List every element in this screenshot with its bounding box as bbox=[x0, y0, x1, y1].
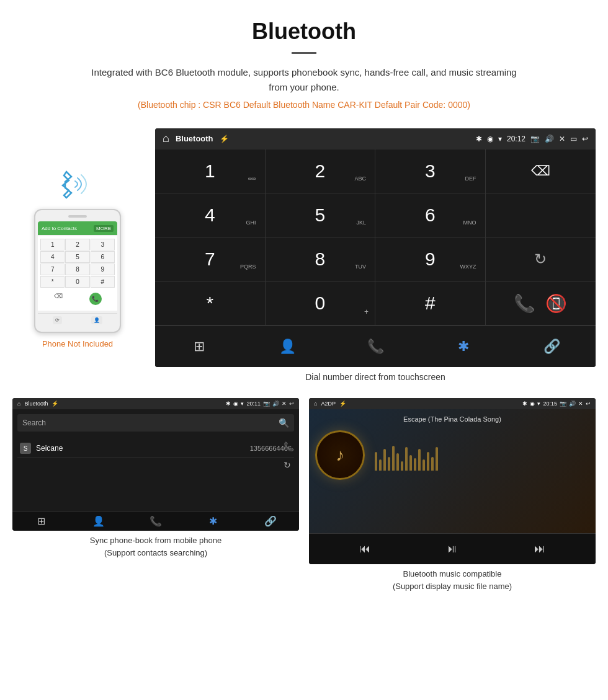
music-status-bar: ⌂ A2DP ⚡ ✱ ◉ ▾ 20:15 📷 🔊 ✕ ↩ bbox=[309, 398, 596, 409]
link-button[interactable]: 🔗 bbox=[507, 334, 596, 360]
large-screen-container: ⌂ Bluetooth ⚡ ✱ ◉ ▾ 20:12 📷 🔊 ✕ ▭ ↩ bbox=[155, 128, 596, 392]
phone-key-7[interactable]: 7 bbox=[40, 264, 65, 275]
phone-speaker bbox=[68, 215, 87, 218]
music-status-right: ✱ ◉ ▾ 20:15 📷 🔊 ✕ ↩ bbox=[522, 401, 591, 407]
calls-button[interactable]: 📞 bbox=[331, 334, 419, 360]
dial-key-hash[interactable]: # bbox=[375, 281, 486, 326]
dial-backspace-cell[interactable]: ⌫ bbox=[486, 149, 596, 193]
phone-contacts-button[interactable]: 👤 bbox=[91, 316, 102, 324]
bluetooth-button[interactable]: ✱ bbox=[419, 334, 507, 360]
bluetooth-status-icon: ✱ bbox=[476, 135, 482, 143]
pb-app-name: Bluetooth bbox=[24, 401, 48, 407]
dial-key-5[interactable]: 5 JKL bbox=[266, 193, 376, 237]
main-content: Add to Contacts MORE 1 2 3 4 5 6 7 8 9 *… bbox=[0, 128, 608, 392]
phone-icon: 📞 bbox=[367, 339, 384, 355]
dial-key-9[interactable]: 9 WXYZ bbox=[375, 237, 486, 281]
pb-status-left: ⌂ Bluetooth ⚡ bbox=[17, 401, 58, 407]
prev-track-button[interactable]: ⏮ bbox=[352, 540, 378, 558]
dial-key-1[interactable]: 1 ∞∞ bbox=[155, 149, 266, 193]
phone-key-0[interactable]: 0 bbox=[65, 276, 89, 288]
phonebook-search-bar[interactable]: Search 🔍 bbox=[17, 414, 294, 432]
song-title: Escape (The Pina Colada Song) bbox=[403, 415, 501, 423]
music-controls: ⏮ ⏯ ⏭ bbox=[309, 533, 596, 564]
pb-calls-btn[interactable]: 📞 bbox=[127, 515, 184, 527]
phone-key-3[interactable]: 3 bbox=[91, 239, 115, 250]
contact-list: S Seicane 13566664466 bbox=[12, 436, 299, 461]
music-loc-icon: ◉ bbox=[530, 401, 535, 407]
dial-key-7[interactable]: 7 PQRS bbox=[155, 237, 266, 281]
music-usb-icon: ⚡ bbox=[339, 401, 346, 407]
phonebook-caption: Sync phone-book from mobile phone(Suppor… bbox=[12, 534, 299, 559]
phone-key-6[interactable]: 6 bbox=[91, 251, 115, 263]
pb-phone-side-icon[interactable]: 📞 bbox=[284, 441, 294, 451]
contacts-button[interactable]: 👤 bbox=[243, 334, 331, 360]
dial-key-star[interactable]: * bbox=[155, 281, 266, 326]
play-pause-button[interactable]: ⏯ bbox=[439, 540, 465, 558]
dial-key-6[interactable]: 6 MNO bbox=[375, 193, 486, 237]
phonebook-panel: ⌂ Bluetooth ⚡ ✱ ◉ ▾ 20:11 📷 🔊 ✕ ↩ Search bbox=[12, 398, 299, 592]
dial-key-8[interactable]: 8 TUV bbox=[266, 237, 376, 281]
pb-person-btn[interactable]: 👤 bbox=[69, 515, 127, 527]
home-icon[interactable]: ⌂ bbox=[163, 132, 169, 145]
pb-wifi-icon: ▾ bbox=[241, 401, 244, 407]
music-bt-icon: ✱ bbox=[522, 401, 527, 407]
back-icon[interactable]: ↩ bbox=[582, 135, 588, 143]
contact-row-seicane[interactable]: S Seicane 13566664466 bbox=[17, 439, 294, 458]
phone-key-1[interactable]: 1 bbox=[40, 239, 65, 250]
page-specs: (Bluetooth chip : CSR BC6 Default Blueto… bbox=[12, 100, 596, 110]
phone-call-button[interactable]: 📞 bbox=[89, 293, 102, 305]
phone-key-9[interactable]: 9 bbox=[91, 264, 115, 275]
dial-key-3[interactable]: 3 DEF bbox=[375, 149, 486, 193]
pb-keypad-btn[interactable]: ⊞ bbox=[12, 515, 69, 527]
phone-key-8[interactable]: 8 bbox=[65, 264, 89, 275]
phone-key-2[interactable]: 2 bbox=[65, 239, 89, 250]
pb-status-right: ✱ ◉ ▾ 20:11 📷 🔊 ✕ ↩ bbox=[226, 401, 294, 407]
dial-pad: 1 ∞∞ 2 ABC 3 DEF ⌫ 4 GHI bbox=[155, 149, 596, 326]
pb-back-icon[interactable]: ↩ bbox=[289, 401, 294, 407]
refresh-icon: ↻ bbox=[534, 250, 547, 268]
person-icon: 👤 bbox=[279, 339, 296, 355]
link-icon: 🔗 bbox=[543, 339, 560, 355]
contact-avatar: S bbox=[20, 443, 31, 454]
app-name-label: Bluetooth bbox=[176, 134, 213, 143]
dial-key-2[interactable]: 2 ABC bbox=[266, 149, 376, 193]
phone-key-star[interactable]: * bbox=[40, 276, 65, 288]
large-screen-caption: Dial number direct from touchscreen bbox=[155, 372, 596, 382]
music-note-icon: ♪ bbox=[336, 445, 344, 465]
eq-bar bbox=[388, 457, 390, 471]
bottom-panels: ⌂ Bluetooth ⚡ ✱ ◉ ▾ 20:11 📷 🔊 ✕ ↩ Search bbox=[0, 398, 608, 592]
eq-bar bbox=[396, 453, 399, 471]
call-green-icon[interactable]: 📞 bbox=[514, 293, 535, 314]
phone-key-hash[interactable]: # bbox=[91, 276, 115, 288]
pb-refresh-side-icon[interactable]: ↻ bbox=[284, 460, 294, 470]
music-close-icon[interactable]: ✕ bbox=[578, 401, 583, 407]
phone-key-4[interactable]: 4 bbox=[40, 251, 65, 263]
dial-key-4[interactable]: 4 GHI bbox=[155, 193, 266, 237]
music-camera-icon: 📷 bbox=[560, 401, 566, 407]
close-icon[interactable]: ✕ bbox=[559, 135, 565, 143]
music-vol-icon: 🔊 bbox=[569, 401, 576, 407]
music-back-icon[interactable]: ↩ bbox=[586, 401, 591, 407]
pb-vol-icon: 🔊 bbox=[272, 401, 279, 407]
dial-refresh-cell[interactable]: ↻ bbox=[486, 237, 596, 281]
pb-close-icon[interactable]: ✕ bbox=[282, 401, 287, 407]
next-track-button[interactable]: ⏭ bbox=[527, 540, 553, 558]
album-art: ♪ bbox=[315, 430, 365, 480]
music-status-left: ⌂ A2DP ⚡ bbox=[314, 401, 346, 407]
phonebook-status-bar: ⌂ Bluetooth ⚡ ✱ ◉ ▾ 20:11 📷 🔊 ✕ ↩ bbox=[12, 398, 299, 409]
pb-bt-icon: ✱ bbox=[226, 401, 231, 407]
keypad-button[interactable]: ⊞ bbox=[155, 334, 243, 360]
phone-keypad: 1 2 3 4 5 6 7 8 9 * 0 # bbox=[40, 239, 115, 288]
eq-bar bbox=[392, 446, 395, 471]
phone-key-5[interactable]: 5 bbox=[65, 251, 89, 263]
phone-more-button[interactable]: MORE bbox=[94, 225, 114, 232]
page-header: Bluetooth Integrated with BC6 Bluetooth … bbox=[0, 0, 608, 128]
phone-recent-button[interactable]: ⟳ bbox=[53, 316, 62, 324]
call-red-icon[interactable]: 📵 bbox=[545, 293, 567, 314]
pb-bt-btn[interactable]: ✱ bbox=[184, 515, 241, 527]
pb-link-btn[interactable]: 🔗 bbox=[242, 515, 299, 527]
phone-screen: 1 2 3 4 5 6 7 8 9 * 0 # ⌫ 📞 bbox=[38, 236, 117, 311]
dial-key-0[interactable]: 0 + bbox=[266, 281, 376, 326]
music-wifi-icon: ▾ bbox=[537, 401, 540, 407]
title-divider bbox=[292, 52, 316, 54]
